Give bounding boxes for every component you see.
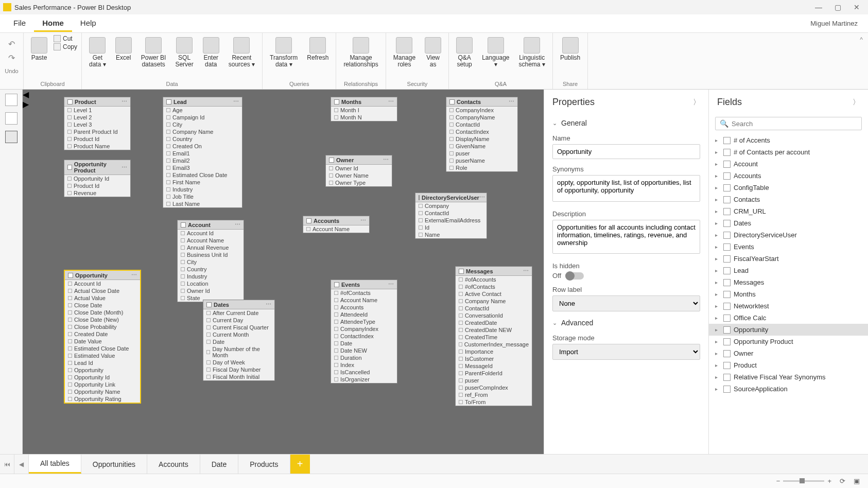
- fields-search-input[interactable]: [732, 120, 857, 128]
- field-item-networktest[interactable]: ▸Networktest: [709, 300, 868, 312]
- user-name[interactable]: Miguel Martinez: [810, 20, 863, 27]
- table-events[interactable]: Events⋯#ofContactsAccount NameAccountsAt…: [331, 280, 397, 384]
- table-field[interactable]: Account Id: [65, 280, 140, 287]
- field-item-crm-url[interactable]: ▸CRM_URL: [709, 205, 868, 217]
- name-input[interactable]: [552, 144, 700, 159]
- synonyms-input[interactable]: [552, 175, 700, 202]
- table-messages[interactable]: Messages⋯#ofAccounts#ofContactsActive Co…: [455, 266, 532, 406]
- table-field[interactable]: puser: [456, 377, 532, 384]
- table-field[interactable]: Product Id: [64, 135, 130, 143]
- field-item-relative-fiscal-year-synonyms[interactable]: ▸Relative Fiscal Year Synonyms: [709, 371, 868, 383]
- get-button[interactable]: Getdata ▾: [86, 35, 109, 70]
- model-canvas[interactable]: Product⋯Level 1Level 2Level 3Parent Prod…: [23, 90, 544, 454]
- table-field[interactable]: ContactId: [415, 210, 487, 217]
- table-field[interactable]: Business Unit Id: [178, 251, 244, 258]
- table-field[interactable]: CompanyName: [446, 114, 517, 121]
- table-field[interactable]: ParentFolderId: [456, 370, 532, 377]
- table-field[interactable]: Account Name: [331, 297, 397, 304]
- table-field[interactable]: Opportunity Rating: [65, 395, 140, 403]
- table-field[interactable]: Current Fiscal Quarter: [203, 324, 274, 331]
- table-field[interactable]: Date: [331, 340, 397, 347]
- table-field[interactable]: First Name: [163, 179, 242, 186]
- linguistic-button[interactable]: Linguisticschema ▾: [516, 35, 548, 70]
- table-header[interactable]: Lead⋯: [163, 97, 242, 107]
- menu-file[interactable]: File: [5, 15, 34, 32]
- excel-button[interactable]: Excel: [112, 35, 135, 63]
- publish-button[interactable]: Publish: [557, 35, 583, 63]
- table-field[interactable]: Date NEW: [331, 347, 397, 354]
- collapse-fields-icon[interactable]: 〉: [853, 98, 860, 107]
- table-field[interactable]: Opportunity Name: [65, 388, 140, 395]
- field-item--of-accents[interactable]: ▸# of Accents: [709, 134, 868, 146]
- table-opportunity[interactable]: Opportunity⋯Account IdActual Close DateA…: [64, 270, 141, 404]
- advanced-section-header[interactable]: ⌄ Advanced: [544, 315, 708, 331]
- field-item-directoryserviceuser[interactable]: ▸DirectoryServiceUser: [709, 229, 868, 241]
- table-field[interactable]: Created Date: [65, 330, 140, 338]
- table-field[interactable]: Account Name: [303, 225, 369, 233]
- table-field[interactable]: Email3: [163, 164, 242, 171]
- table-field[interactable]: IsOrganizer: [331, 376, 397, 383]
- table-field[interactable]: Owner Name: [326, 172, 392, 179]
- table-directoryserviceuser[interactable]: DirectoryServiceUser⋯CompanyContactIdExt…: [415, 193, 487, 239]
- power-bi-button[interactable]: Power BIdatasets: [138, 35, 169, 70]
- report-view-button[interactable]: [5, 94, 18, 106]
- table-field[interactable]: Level 2: [64, 114, 130, 121]
- table-field[interactable]: puserCompIndex: [456, 384, 532, 391]
- table-field[interactable]: Current Month: [203, 331, 274, 338]
- table-header[interactable]: Accounts⋯: [303, 216, 369, 225]
- table-field[interactable]: Name: [415, 231, 487, 238]
- table-field[interactable]: ContactIndex: [331, 333, 397, 340]
- table-field[interactable]: Owner Id: [178, 287, 244, 294]
- table-dates[interactable]: Dates⋯After Current DateCurrent DayCurre…: [203, 300, 275, 381]
- paste-button[interactable]: Paste: [28, 35, 50, 63]
- copy-button[interactable]: Copy: [54, 43, 77, 50]
- table-field[interactable]: #ofContacts: [456, 283, 532, 290]
- description-input[interactable]: [552, 220, 700, 254]
- model-view-button[interactable]: [5, 131, 18, 143]
- field-item-events[interactable]: ▸Events: [709, 241, 868, 253]
- table-field[interactable]: Month N: [331, 114, 397, 121]
- table-field[interactable]: City: [178, 258, 244, 266]
- table-field[interactable]: puser: [446, 150, 517, 157]
- table-field[interactable]: Parent Product Id: [64, 128, 130, 135]
- table-lead[interactable]: Lead⋯AgeCampaign IdCityCompany NameCount…: [163, 97, 242, 208]
- row-label-select[interactable]: None: [552, 295, 700, 311]
- table-field[interactable]: Revenue: [64, 189, 130, 197]
- tab-products[interactable]: Products: [238, 455, 290, 474]
- table-header[interactable]: Events⋯: [331, 280, 397, 289]
- table-months[interactable]: Months⋯Month IMonth N: [331, 97, 397, 121]
- field-item-opportunity-product[interactable]: ▸Opportunity Product: [709, 336, 868, 347]
- storage-mode-select[interactable]: Import: [552, 344, 700, 360]
- tab-date[interactable]: Date: [200, 455, 239, 474]
- table-field[interactable]: Level 1: [64, 107, 130, 114]
- table-field[interactable]: Estimated Close Date: [65, 345, 140, 352]
- table-field[interactable]: Lead Id: [65, 359, 140, 367]
- table-field[interactable]: Opportunity Link: [65, 381, 140, 388]
- table-field[interactable]: Importance: [456, 348, 532, 355]
- table-field[interactable]: Estimated Close Date: [163, 171, 242, 179]
- table-field[interactable]: GivenName: [446, 143, 517, 150]
- tab-opportunities[interactable]: Opportunities: [81, 455, 147, 474]
- fields-search[interactable]: 🔍: [715, 117, 862, 130]
- field-item-sourceapplication[interactable]: ▸SourceApplication: [709, 383, 868, 395]
- table-header[interactable]: Product⋯: [64, 97, 130, 107]
- table-field[interactable]: Actual Value: [65, 294, 140, 302]
- table-field[interactable]: CompanyIndex: [446, 107, 517, 114]
- table-opportunity-product[interactable]: Opportunity Product⋯Opportunity IdProduc…: [64, 160, 131, 197]
- zoom-in-button[interactable]: +: [827, 477, 831, 485]
- table-field[interactable]: Account Name: [178, 237, 244, 244]
- collapse-properties-icon[interactable]: 〉: [693, 98, 700, 107]
- field-item-product[interactable]: ▸Product: [709, 359, 868, 371]
- table-product[interactable]: Product⋯Level 1Level 2Level 3Parent Prod…: [64, 97, 131, 150]
- table-field[interactable]: AttendeeId: [331, 311, 397, 318]
- table-field[interactable]: Date Value: [65, 338, 140, 345]
- table-field[interactable]: Created On: [163, 143, 242, 150]
- table-field[interactable]: City: [163, 121, 242, 128]
- table-field[interactable]: IsCustomer: [456, 355, 532, 362]
- table-field[interactable]: After Current Date: [203, 309, 274, 317]
- tab-nav-first[interactable]: ⏮: [0, 455, 14, 474]
- table-field[interactable]: Opportunity Id: [65, 374, 140, 381]
- table-field[interactable]: ContactId: [446, 121, 517, 128]
- table-field[interactable]: Close Date (New): [65, 316, 140, 323]
- field-item-months[interactable]: ▸Months: [709, 288, 868, 300]
